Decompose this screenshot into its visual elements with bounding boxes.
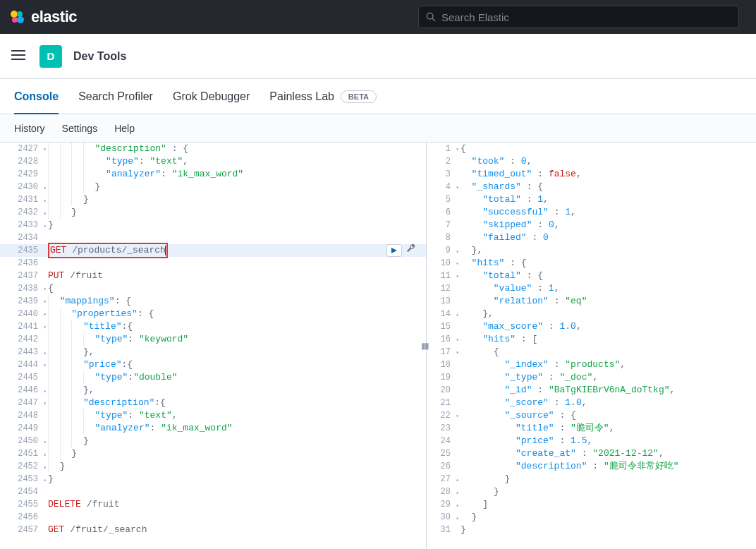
code-line[interactable]: 2451▴ } xyxy=(0,447,426,460)
brand-logo[interactable]: elastic xyxy=(8,8,77,26)
code-line: 18 "_index" : "products", xyxy=(428,358,756,371)
beta-badge: BETA xyxy=(341,90,377,103)
code-line[interactable]: 2446▴ }, xyxy=(0,384,426,397)
code-line[interactable]: 2429 "analyzer": "ik_max_word" xyxy=(0,168,426,181)
line-content: "_score" : 1.0, xyxy=(458,397,756,409)
code-line[interactable]: 2447▾ "description":{ xyxy=(0,397,426,409)
code-line: 6 "successful" : 1, xyxy=(428,206,756,219)
code-line[interactable]: 2441▾ "title":{ xyxy=(0,320,426,333)
code-line: 5 "total" : 1, xyxy=(428,193,756,206)
tab-painless-lab[interactable]: Painless Lab BETA xyxy=(269,79,377,114)
code-line: 3 "timed_out" : false, xyxy=(428,168,756,181)
line-number: 14▴ xyxy=(428,308,458,320)
code-line[interactable]: 2432▴ } xyxy=(0,206,426,219)
search-input[interactable] xyxy=(441,11,731,23)
line-content: } xyxy=(45,193,426,206)
line-number: 2441▾ xyxy=(0,320,45,333)
wrench-icon[interactable] xyxy=(406,243,416,258)
tab-search-profiler[interactable]: Search Profiler xyxy=(78,79,153,114)
code-line[interactable]: 2455DELETE /fruit xyxy=(0,498,426,511)
line-number: 26 xyxy=(428,460,458,473)
code-line: 12 "value" : 1, xyxy=(428,282,756,295)
line-content: { xyxy=(458,143,756,155)
code-line: 30▴ } xyxy=(428,511,756,524)
code-line[interactable]: 2450▴ } xyxy=(0,435,426,447)
code-line: 7 "skipped" : 0, xyxy=(428,219,756,231)
code-line[interactable]: 2430▴ } xyxy=(0,181,426,193)
line-content: "relation" : "eq" xyxy=(458,295,756,308)
code-line[interactable]: 2445 "type":"double" xyxy=(0,371,426,384)
global-search[interactable] xyxy=(418,6,739,28)
line-number: 2452▴ xyxy=(0,460,45,473)
tab-console[interactable]: Console xyxy=(14,79,59,114)
code-line[interactable]: 2443▴ }, xyxy=(0,346,426,358)
line-content: "_shards" : { xyxy=(458,181,756,193)
code-line: 19 "_type" : "_doc", xyxy=(428,371,756,384)
code-line[interactable]: 2436 xyxy=(0,257,426,270)
line-content: "price" : 1.5, xyxy=(458,435,756,447)
line-content: "mappings": { xyxy=(45,295,426,308)
line-number: 9▴ xyxy=(428,244,458,257)
brand-name: elastic xyxy=(31,8,77,26)
line-number: 29▴ xyxy=(428,498,458,511)
line-content: } xyxy=(458,511,756,524)
code-line[interactable]: 2442 "type": "keyword" xyxy=(0,333,426,346)
code-line[interactable]: 2444▾ "price":{ xyxy=(0,358,426,371)
code-line: 17▾ { xyxy=(428,346,756,358)
line-content: } xyxy=(458,524,756,536)
code-line[interactable]: 2453▴} xyxy=(0,473,426,485)
send-request-button[interactable] xyxy=(386,244,402,257)
code-line[interactable]: 2427▾ "description" : { xyxy=(0,143,426,155)
line-number: 28▴ xyxy=(428,485,458,498)
code-line[interactable]: 2454 xyxy=(0,485,426,498)
line-content: "total" : 1, xyxy=(458,193,756,206)
request-editor[interactable]: 2427▾ "description" : {2428 "type": "tex… xyxy=(0,143,427,549)
tab-grok-debugger[interactable]: Grok Debugger xyxy=(173,79,250,114)
line-content: } xyxy=(45,206,426,219)
code-line[interactable]: 2437PUT /fruit xyxy=(0,270,426,282)
code-line[interactable]: 2433▴} xyxy=(0,219,426,231)
line-number: 5 xyxy=(428,193,458,206)
nav-toggle-button[interactable] xyxy=(11,49,28,63)
line-content: "_index" : "products", xyxy=(458,358,756,371)
line-number: 23 xyxy=(428,422,458,435)
line-content: "title":{ xyxy=(45,320,426,333)
line-content: } xyxy=(45,181,426,193)
line-number: 11▾ xyxy=(428,270,458,282)
line-content: } xyxy=(458,473,756,485)
line-number: 2 xyxy=(428,155,458,168)
code-line[interactable]: 2449 "analyzer": "ik_max_word" xyxy=(0,422,426,435)
line-content: "took" : 0, xyxy=(458,155,756,168)
line-number: 8 xyxy=(428,231,458,244)
line-number: 2440▾ xyxy=(0,308,45,320)
pane-splitter[interactable]: ▮▮ xyxy=(421,341,428,351)
code-line[interactable]: 2448 "type": "text", xyxy=(0,409,426,422)
line-number: 2455 xyxy=(0,498,45,511)
code-line[interactable]: 2428 "type": "text", xyxy=(0,155,426,168)
line-number: 2448 xyxy=(0,409,45,422)
code-line[interactable]: 2440▾ "properties": { xyxy=(0,308,426,320)
line-number: 15 xyxy=(428,320,458,333)
line-number: 2435 xyxy=(0,244,45,257)
subtab-settings[interactable]: Settings xyxy=(62,123,98,134)
line-number: 2436 xyxy=(0,257,45,270)
response-viewer[interactable]: 1▾{2 "took" : 0,3 "timed_out" : false,4▾… xyxy=(427,143,756,549)
line-content: "hits" : [ xyxy=(458,333,756,346)
line-content: }, xyxy=(45,346,426,358)
line-number: 2454 xyxy=(0,485,45,498)
code-line[interactable]: 2456 xyxy=(0,511,426,524)
code-line[interactable]: 2431▴ } xyxy=(0,193,426,206)
code-line[interactable]: 2435GET /products/_search xyxy=(0,244,426,257)
code-line: 27▴ } xyxy=(428,473,756,485)
code-line: 24 "price" : 1.5, xyxy=(428,435,756,447)
svg-line-5 xyxy=(432,18,435,21)
subtab-history[interactable]: History xyxy=(14,123,45,134)
subtab-help[interactable]: Help xyxy=(114,123,135,134)
code-line[interactable]: 2438▾{ xyxy=(0,282,426,295)
line-number: 4▾ xyxy=(428,181,458,193)
line-content: } xyxy=(45,435,426,447)
code-line[interactable]: 2452▴ } xyxy=(0,460,426,473)
line-content: "successful" : 1, xyxy=(458,206,756,219)
code-line[interactable]: 2457GET /fruit/_search xyxy=(0,524,426,536)
code-line[interactable]: 2439▾ "mappings": { xyxy=(0,295,426,308)
